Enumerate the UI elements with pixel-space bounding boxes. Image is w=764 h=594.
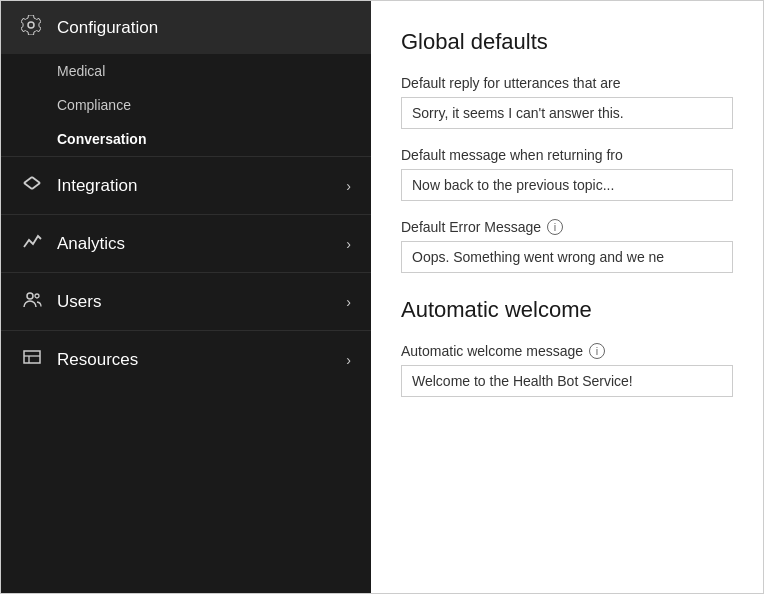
sidebar-item-integration[interactable]: Integration › <box>1 156 371 214</box>
sidebar-item-analytics[interactable]: Analytics › <box>1 214 371 272</box>
chevron-right-icon-analytics: › <box>346 236 351 252</box>
sidebar-item-configuration[interactable]: Configuration <box>1 1 371 54</box>
field-group-default-reply: Default reply for utterances that are <box>401 75 733 129</box>
field-label-welcome-message: Automatic welcome message i <box>401 343 733 359</box>
main-content: Global defaults Default reply for uttera… <box>371 1 763 593</box>
integration-icon <box>21 173 43 198</box>
input-error-message[interactable] <box>401 241 733 273</box>
chevron-right-icon-users: › <box>346 294 351 310</box>
svg-line-1 <box>32 177 40 183</box>
svg-line-3 <box>32 183 40 189</box>
sidebar-item-users-label: Users <box>57 292 101 312</box>
configuration-sub-items: Medical Compliance Conversation <box>1 54 371 156</box>
sidebar-item-resources[interactable]: Resources › <box>1 330 371 388</box>
resources-icon <box>21 347 43 372</box>
svg-line-2 <box>24 183 32 189</box>
field-group-error-message: Default Error Message i <box>401 219 733 273</box>
chevron-right-icon-resources: › <box>346 352 351 368</box>
sidebar-item-integration-label: Integration <box>57 176 137 196</box>
sidebar-item-resources-label: Resources <box>57 350 138 370</box>
sidebar-item-conversation[interactable]: Conversation <box>1 122 371 156</box>
sidebar-item-compliance[interactable]: Compliance <box>1 88 371 122</box>
field-group-welcome-message: Automatic welcome message i <box>401 343 733 397</box>
field-label-return-message: Default message when returning fro <box>401 147 733 163</box>
field-label-error-message: Default Error Message i <box>401 219 733 235</box>
users-icon <box>21 289 43 314</box>
svg-rect-6 <box>24 351 40 363</box>
sidebar-item-users[interactable]: Users › <box>1 272 371 330</box>
global-defaults-title: Global defaults <box>401 29 733 55</box>
svg-point-5 <box>35 294 39 298</box>
sidebar-item-analytics-label: Analytics <box>57 234 125 254</box>
sidebar-item-configuration-label: Configuration <box>57 18 158 38</box>
input-return-message[interactable] <box>401 169 733 201</box>
analytics-icon <box>21 231 43 256</box>
welcome-message-info-icon[interactable]: i <box>589 343 605 359</box>
field-label-default-reply: Default reply for utterances that are <box>401 75 733 91</box>
input-default-reply[interactable] <box>401 97 733 129</box>
chevron-right-icon: › <box>346 178 351 194</box>
sidebar-item-medical[interactable]: Medical <box>1 54 371 88</box>
svg-point-4 <box>27 293 33 299</box>
gear-icon <box>21 15 43 40</box>
field-group-return-message: Default message when returning fro <box>401 147 733 201</box>
sidebar: Configuration Medical Compliance Convers… <box>1 1 371 593</box>
input-welcome-message[interactable] <box>401 365 733 397</box>
error-message-info-icon[interactable]: i <box>547 219 563 235</box>
automatic-welcome-title: Automatic welcome <box>401 297 733 323</box>
svg-line-0 <box>24 177 32 183</box>
